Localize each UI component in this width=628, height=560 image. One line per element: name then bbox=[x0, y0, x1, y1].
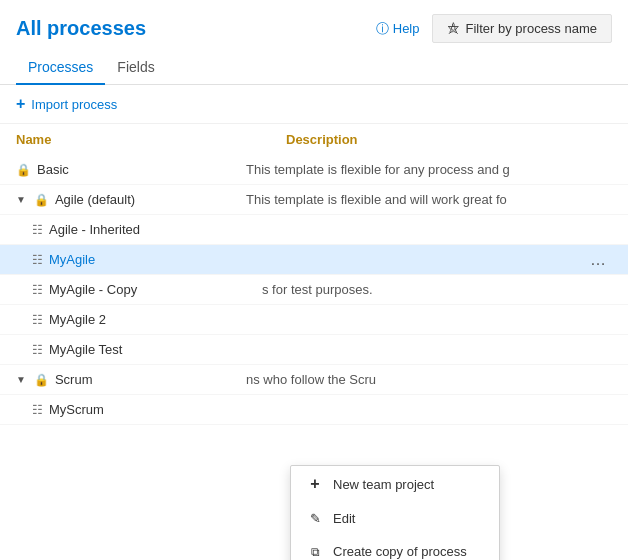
help-button[interactable]: ⓘ Help bbox=[376, 20, 420, 38]
table-row[interactable]: ☷ MyAgile - Copy s for test purposes. bbox=[0, 275, 628, 305]
process-name-link[interactable]: MyAgile bbox=[49, 252, 95, 267]
process-icon: ☷ bbox=[32, 403, 43, 417]
chevron-down-icon: ▼ bbox=[16, 194, 26, 205]
menu-item-edit[interactable]: ✎ Edit bbox=[291, 502, 499, 535]
menu-label: Edit bbox=[333, 511, 355, 526]
import-bar: + Import process bbox=[0, 85, 628, 124]
process-icon: ☷ bbox=[32, 343, 43, 357]
table-row[interactable]: ☷ MyAgile … bbox=[0, 245, 628, 275]
table-row[interactable]: 🔒 Basic This template is flexible for an… bbox=[0, 155, 628, 185]
process-icon: ☷ bbox=[32, 253, 43, 267]
process-icon: ☷ bbox=[32, 313, 43, 327]
col-header-desc: Description bbox=[286, 132, 612, 147]
page-header: All processes ⓘ Help ⛤ Filter by process… bbox=[0, 0, 628, 51]
tabs-bar: Processes Fields bbox=[0, 51, 628, 85]
table-row[interactable]: ☷ Agile - Inherited bbox=[0, 215, 628, 245]
plus-icon: + bbox=[307, 475, 323, 493]
table-row[interactable]: ☷ MyAgile 2 bbox=[0, 305, 628, 335]
ellipsis-button[interactable]: … bbox=[584, 249, 612, 271]
plus-icon: + bbox=[16, 95, 25, 113]
table-row[interactable]: ☷ MyAgile Test bbox=[0, 335, 628, 365]
menu-label: Create copy of process bbox=[333, 544, 467, 559]
table-row[interactable]: ☷ MyScrum bbox=[0, 395, 628, 425]
filter-icon: ⛤ bbox=[447, 21, 460, 36]
process-icon: ☷ bbox=[32, 283, 43, 297]
copy-icon: ⧉ bbox=[307, 545, 323, 559]
table-header: Name Description bbox=[0, 124, 628, 155]
edit-icon: ✎ bbox=[307, 511, 323, 526]
row-actions: … bbox=[584, 249, 612, 271]
tab-fields[interactable]: Fields bbox=[105, 51, 166, 85]
help-icon: ⓘ bbox=[376, 20, 389, 38]
header-actions: ⓘ Help ⛤ Filter by process name bbox=[376, 14, 612, 43]
menu-item-create-copy[interactable]: ⧉ Create copy of process bbox=[291, 535, 499, 560]
lock-icon: 🔒 bbox=[34, 193, 49, 207]
lock-icon: 🔒 bbox=[16, 163, 31, 177]
import-process-button[interactable]: + Import process bbox=[16, 95, 117, 113]
chevron-down-icon: ▼ bbox=[16, 374, 26, 385]
filter-button[interactable]: ⛤ Filter by process name bbox=[432, 14, 613, 43]
table-row[interactable]: ▼ 🔒 Scrum ns who follow the Scru bbox=[0, 365, 628, 395]
menu-label: New team project bbox=[333, 477, 434, 492]
table-row[interactable]: ▼ 🔒 Agile (default) This template is fle… bbox=[0, 185, 628, 215]
menu-item-new-team-project[interactable]: + New team project bbox=[291, 466, 499, 502]
process-icon: ☷ bbox=[32, 223, 43, 237]
page-title: All processes bbox=[16, 17, 146, 40]
tab-processes[interactable]: Processes bbox=[16, 51, 105, 85]
table-body: 🔒 Basic This template is flexible for an… bbox=[0, 155, 628, 425]
lock-icon: 🔒 bbox=[34, 373, 49, 387]
col-header-name: Name bbox=[16, 132, 286, 147]
context-menu: + New team project ✎ Edit ⧉ Create copy … bbox=[290, 465, 500, 560]
